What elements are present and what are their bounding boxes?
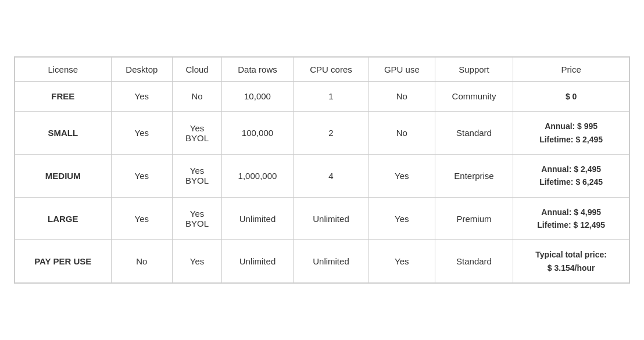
cell-support-4: Standard — [435, 240, 513, 283]
cell-support-0: Community — [435, 81, 513, 111]
cell-support-2: Enterprise — [435, 154, 513, 197]
table-row: LARGEYesYesBYOLUnlimitedUnlimitedYesPrem… — [15, 197, 629, 240]
cell-gpu_use-1: No — [368, 112, 435, 155]
cell-cloud-2: YesBYOL — [173, 154, 222, 197]
cell-desktop-3: Yes — [111, 197, 173, 240]
table-row: FREEYesNo10,0001NoCommunity$ 0 — [15, 81, 629, 111]
header-gpu-use: GPU use — [368, 57, 435, 81]
cell-cpu_cores-2: 4 — [293, 154, 368, 197]
cell-license-0: FREE — [15, 81, 112, 111]
table-row: MEDIUMYesYesBYOL1,000,0004YesEnterpriseA… — [15, 154, 629, 197]
cell-desktop-0: Yes — [111, 81, 173, 111]
cell-gpu_use-4: Yes — [368, 240, 435, 283]
cell-gpu_use-0: No — [368, 81, 435, 111]
cell-license-4: PAY PER USE — [15, 240, 112, 283]
cell-license-3: LARGE — [15, 197, 112, 240]
cell-desktop-1: Yes — [111, 112, 173, 155]
cell-cloud-1: YesBYOL — [173, 112, 222, 155]
cell-cpu_cores-3: Unlimited — [293, 197, 368, 240]
cell-price-2: Annual: $ 2,495Lifetime: $ 6,245 — [513, 154, 629, 197]
table-row: SMALLYesYesBYOL100,0002NoStandardAnnual:… — [15, 112, 629, 155]
cell-price-3: Annual: $ 4,995Lifetime: $ 12,495 — [513, 197, 629, 240]
cell-license-2: MEDIUM — [15, 154, 112, 197]
cell-price-4: Typical total price:$ 3.154/hour — [513, 240, 629, 283]
cell-cpu_cores-0: 1 — [293, 81, 368, 111]
pricing-table: License Desktop Cloud Data rows CPU core… — [15, 57, 629, 284]
cell-data_rows-4: Unlimited — [221, 240, 293, 283]
header-data-rows: Data rows — [221, 57, 293, 81]
cell-support-1: Standard — [435, 112, 513, 155]
cell-cloud-3: YesBYOL — [173, 197, 222, 240]
cell-price-0: $ 0 — [513, 81, 629, 111]
header-cpu-cores: CPU cores — [293, 57, 368, 81]
table-row: PAY PER USENoYesUnlimitedUnlimitedYesSta… — [15, 240, 629, 283]
cell-desktop-4: No — [111, 240, 173, 283]
cell-support-3: Premium — [435, 197, 513, 240]
cell-cloud-4: Yes — [173, 240, 222, 283]
cell-cloud-0: No — [173, 81, 222, 111]
cell-cpu_cores-1: 2 — [293, 112, 368, 155]
cell-data_rows-3: Unlimited — [221, 197, 293, 240]
cell-gpu_use-2: Yes — [368, 154, 435, 197]
cell-data_rows-2: 1,000,000 — [221, 154, 293, 197]
pricing-table-container: License Desktop Cloud Data rows CPU core… — [14, 56, 630, 284]
header-price: Price — [513, 57, 629, 81]
cell-license-1: SMALL — [15, 112, 112, 155]
cell-data_rows-1: 100,000 — [221, 112, 293, 155]
header-desktop: Desktop — [111, 57, 173, 81]
table-header-row: License Desktop Cloud Data rows CPU core… — [15, 57, 629, 81]
cell-price-1: Annual: $ 995Lifetime: $ 2,495 — [513, 112, 629, 155]
header-license: License — [15, 57, 112, 81]
header-support: Support — [435, 57, 513, 81]
header-cloud: Cloud — [173, 57, 222, 81]
cell-cpu_cores-4: Unlimited — [293, 240, 368, 283]
cell-data_rows-0: 10,000 — [221, 81, 293, 111]
cell-gpu_use-3: Yes — [368, 197, 435, 240]
cell-desktop-2: Yes — [111, 154, 173, 197]
